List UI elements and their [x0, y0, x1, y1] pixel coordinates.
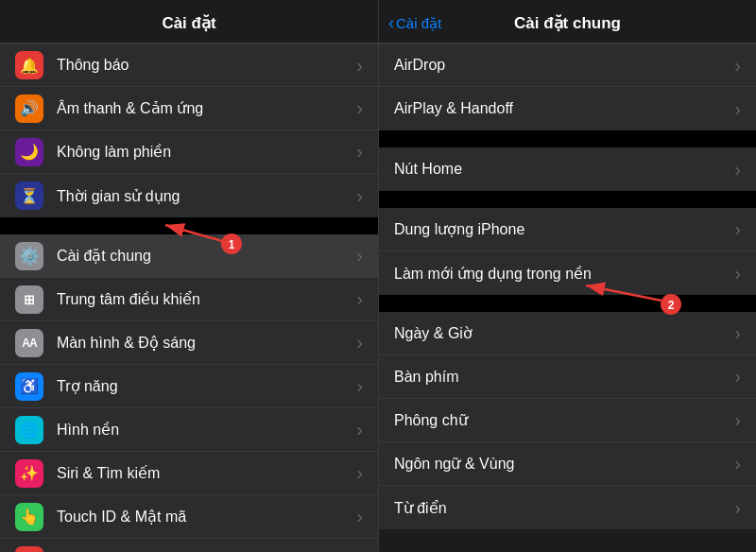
notifications-label: Thông báo: [57, 57, 356, 74]
chevron-icon: [734, 98, 741, 120]
accessibility-label: Trợ năng: [57, 377, 356, 395]
dnd-label: Không làm phiền: [57, 143, 356, 161]
chevron-icon: [356, 288, 363, 310]
wallpaper-label: Hình nền: [57, 421, 356, 439]
sounds-label: Âm thanh & Cảm ứng: [57, 99, 356, 117]
back-chevron-icon: ‹: [388, 13, 394, 33]
storage-label: Dung lượng iPhone: [394, 220, 734, 238]
settings-item-language[interactable]: Ngôn ngữ & Vùng: [379, 442, 756, 486]
settings-item-controlcenter[interactable]: ⊞ Trung tâm điều khiển: [0, 278, 378, 321]
chevron-icon: [356, 332, 363, 354]
right-panel: ‹ Cài đặt Cài đặt chung AirDrop AirPlay …: [378, 0, 756, 552]
airplay-label: AirPlay & Handoff: [394, 100, 734, 117]
main-container: Cài đặt 🔔 Thông báo 🔊 Âm thanh & Cảm ứng…: [0, 0, 756, 552]
touchid-label: Touch ID & Mật mã: [57, 508, 356, 526]
settings-item-sounds[interactable]: 🔊 Âm thanh & Cảm ứng: [0, 87, 378, 130]
dictionary-label: Từ điển: [394, 499, 734, 517]
sounds-icon: 🔊: [15, 95, 43, 123]
settings-item-fonts[interactable]: Phông chữ: [379, 399, 756, 442]
chevron-icon: [356, 97, 363, 119]
chevron-icon: [356, 419, 363, 440]
bgrefresh-label: Làm mới ứng dụng trong nền: [394, 265, 734, 283]
dnd-icon: 🌙: [15, 138, 43, 166]
settings-item-general[interactable]: ⚙️ Cài đặt chung: [0, 234, 378, 278]
chevron-icon: [356, 245, 363, 267]
settings-item-wallpaper[interactable]: 🌐 Hình nền: [0, 408, 378, 452]
chevron-icon: [734, 497, 741, 519]
settings-item-airdrop[interactable]: AirDrop: [379, 43, 756, 87]
chevron-icon: [356, 185, 363, 207]
display-label: Màn hình & Độ sáng: [57, 334, 356, 352]
display-icon: AA: [15, 329, 43, 357]
left-header: Cài đặt: [0, 0, 378, 43]
back-label: Cài đặt: [396, 15, 441, 32]
settings-item-datetime[interactable]: Ngày & Giờ: [379, 312, 756, 355]
accessibility-icon: ♿: [15, 372, 43, 401]
chevron-icon: [734, 263, 741, 285]
settings-item-storage[interactable]: Dung lượng iPhone: [379, 208, 756, 251]
general-label: Cài đặt chung: [57, 247, 356, 265]
siri-label: Siri & Tìm kiếm: [57, 464, 356, 482]
language-label: Ngôn ngữ & Vùng: [394, 455, 734, 473]
right-title: Cài đặt chung: [514, 13, 621, 33]
chevron-icon: [734, 322, 741, 344]
screentime-label: Thời gian sử dụng: [57, 187, 356, 205]
settings-item-dictionary[interactable]: Từ điển: [379, 486, 756, 529]
sos-icon: SOS: [15, 546, 43, 553]
controlcenter-icon: ⊞: [15, 285, 43, 314]
keyboard-label: Bàn phím: [394, 369, 734, 386]
datetime-label: Ngày & Giờ: [394, 324, 734, 342]
back-button[interactable]: ‹ Cài đặt: [388, 13, 441, 33]
fonts-label: Phông chữ: [394, 411, 734, 429]
left-settings-list: 🔔 Thông báo 🔊 Âm thanh & Cảm ứng 🌙 Không…: [0, 43, 378, 552]
nuthome-label: Nút Home: [394, 161, 734, 178]
right-separator-3: [379, 295, 756, 312]
screentime-icon: ⏳: [15, 181, 43, 210]
settings-item-screentime[interactable]: ⏳ Thời gian sử dụng: [0, 174, 378, 217]
notifications-icon: 🔔: [15, 51, 43, 79]
siri-icon: ✨: [15, 459, 43, 488]
settings-item-nuthome[interactable]: Nút Home: [379, 147, 756, 191]
settings-item-keyboard[interactable]: Bàn phím: [379, 355, 756, 399]
settings-item-touchid[interactable]: 👆 Touch ID & Mật mã: [0, 495, 378, 539]
airdrop-label: AirDrop: [394, 57, 734, 74]
chevron-icon: [356, 141, 363, 163]
settings-item-sos[interactable]: SOS SOS khẩn cấp: [0, 539, 378, 552]
chevron-icon: [734, 159, 741, 181]
chevron-icon: [734, 409, 741, 431]
touchid-icon: 👆: [15, 503, 43, 531]
controlcenter-label: Trung tâm điều khiển: [57, 290, 356, 308]
right-separator-1: [379, 130, 756, 147]
chevron-icon: [356, 55, 363, 77]
chevron-icon: [734, 453, 741, 474]
settings-item-notifications[interactable]: 🔔 Thông báo: [0, 43, 378, 87]
chevron-icon: [356, 375, 363, 397]
chevron-icon: [356, 506, 363, 527]
left-panel: Cài đặt 🔔 Thông báo 🔊 Âm thanh & Cảm ứng…: [0, 0, 378, 552]
settings-item-display[interactable]: AA Màn hình & Độ sáng: [0, 321, 378, 365]
settings-item-bgrefresh[interactable]: Làm mới ứng dụng trong nền: [379, 251, 756, 295]
right-separator-2: [379, 191, 756, 208]
settings-item-dnd[interactable]: 🌙 Không làm phiền: [0, 130, 378, 174]
wallpaper-icon: 🌐: [15, 416, 43, 444]
settings-item-airplay[interactable]: AirPlay & Handoff: [379, 87, 756, 130]
chevron-icon: [734, 366, 741, 388]
right-settings-list: AirDrop AirPlay & Handoff Nút Home Dung …: [379, 43, 756, 552]
right-header: ‹ Cài đặt Cài đặt chung: [379, 0, 756, 43]
general-icon: ⚙️: [15, 242, 43, 270]
settings-item-accessibility[interactable]: ♿ Trợ năng: [0, 365, 378, 408]
chevron-icon: [356, 462, 363, 484]
chevron-icon: [734, 55, 741, 77]
left-title: Cài đặt: [162, 13, 215, 33]
settings-item-siri[interactable]: ✨ Siri & Tìm kiếm: [0, 452, 378, 495]
left-separator-1: [0, 217, 378, 234]
chevron-icon: [734, 218, 741, 240]
